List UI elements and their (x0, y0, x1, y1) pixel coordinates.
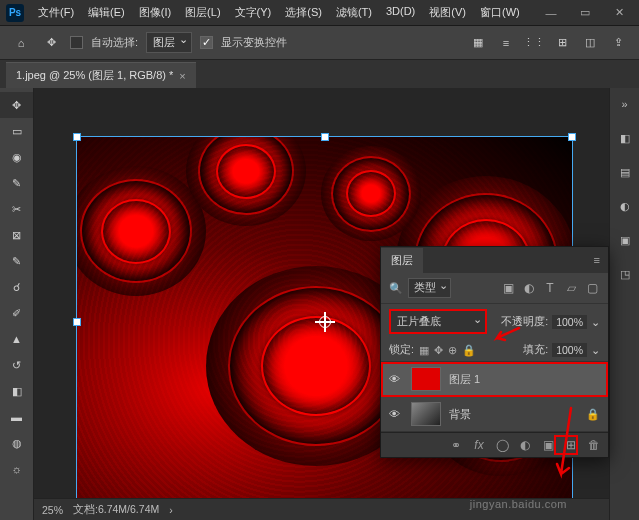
lock-pixels-icon[interactable]: ▦ (419, 344, 429, 357)
layer-name[interactable]: 背景 (449, 407, 471, 422)
show-transform-label: 显示变换控件 (221, 35, 287, 50)
menu-type[interactable]: 文字(Y) (229, 2, 278, 23)
visibility-toggle-icon[interactable]: 👁 (389, 408, 403, 420)
show-transform-checkbox[interactable]: ✓ (200, 36, 213, 49)
menu-filter[interactable]: 滤镜(T) (330, 2, 378, 23)
visibility-toggle-icon[interactable]: 👁 (389, 373, 403, 385)
swatches-panel-icon[interactable]: ▤ (615, 162, 635, 182)
layer-name[interactable]: 图层 1 (449, 372, 480, 387)
brush-tool[interactable]: ✐ (0, 300, 33, 326)
filter-image-icon[interactable]: ▣ (500, 280, 516, 296)
opacity-chevron-icon[interactable]: ⌄ (591, 316, 600, 328)
layer-thumbnail[interactable] (411, 367, 441, 391)
annotation-highlight-new-layer (554, 435, 578, 455)
minimize-button[interactable]: — (537, 3, 565, 23)
layer-filter-row: 🔍 类型 ▣ ◐ T ▱ ▢ (381, 273, 608, 304)
layer-mask-icon[interactable]: ◯ (494, 437, 510, 453)
layer-list: 👁 图层 1 👁 背景 🔒 (381, 362, 608, 432)
eyedropper-tool[interactable]: ✎ (0, 248, 33, 274)
document-tab-bar: 1.jpeg @ 25% (图层 1, RGB/8) * × (0, 60, 639, 88)
layer-item[interactable]: 👁 背景 🔒 (381, 397, 608, 432)
filter-type-icon[interactable]: T (542, 280, 558, 296)
history-brush-tool[interactable]: ↺ (0, 352, 33, 378)
align-icon-2[interactable]: ≡ (495, 32, 517, 54)
healing-tool[interactable]: ☌ (0, 274, 33, 300)
move-tool[interactable]: ✥ (0, 92, 33, 118)
tab-close-icon[interactable]: × (179, 70, 185, 82)
properties-panel-icon[interactable]: ◳ (615, 264, 635, 284)
lock-icon: 🔒 (586, 408, 600, 421)
status-chevron-icon[interactable]: › (169, 504, 173, 516)
3d-mode-icon[interactable]: ◫ (579, 32, 601, 54)
link-layers-icon[interactable]: ⚭ (448, 437, 464, 453)
align-icon-1[interactable]: ▦ (467, 32, 489, 54)
fill-value[interactable]: 100% (552, 343, 587, 357)
dock-collapse-icon[interactable]: » (615, 94, 635, 114)
fill-label: 填充: (523, 343, 548, 357)
blend-mode-select[interactable]: 正片叠底 (389, 309, 487, 334)
eraser-tool[interactable]: ◧ (0, 378, 33, 404)
menu-image[interactable]: 图像(I) (133, 2, 177, 23)
marquee-tool[interactable]: ▭ (0, 118, 33, 144)
align-icon-4[interactable]: ⊞ (551, 32, 573, 54)
auto-select-checkbox[interactable] (70, 36, 83, 49)
lock-all-icon[interactable]: 🔒 (462, 344, 476, 357)
menu-window[interactable]: 窗口(W) (474, 2, 526, 23)
home-icon[interactable]: ⌂ (10, 32, 32, 54)
close-button[interactable]: ✕ (605, 3, 633, 23)
frame-tool[interactable]: ⊠ (0, 222, 33, 248)
menu-file[interactable]: 文件(F) (32, 2, 80, 23)
menu-layer[interactable]: 图层(L) (179, 2, 226, 23)
filter-shape-icon[interactable]: ▱ (563, 280, 579, 296)
menu-view[interactable]: 视图(V) (423, 2, 472, 23)
watermark-text: jingyan.baidu.com (470, 498, 567, 510)
quick-select-tool[interactable]: ✎ (0, 170, 33, 196)
dodge-tool[interactable]: ☼ (0, 456, 33, 482)
lock-position-icon[interactable]: ✥ (434, 344, 443, 357)
lock-label: 锁定: (389, 343, 414, 357)
menu-3d[interactable]: 3D(D) (380, 2, 421, 23)
document-tab-title: 1.jpeg @ 25% (图层 1, RGB/8) * (16, 68, 173, 83)
app-logo-icon: Ps (6, 4, 24, 22)
panel-menu-icon[interactable]: ≡ (586, 254, 608, 266)
right-dock: » ◧ ▤ ◐ ▣ ◳ (609, 88, 639, 520)
document-tab[interactable]: 1.jpeg @ 25% (图层 1, RGB/8) * × (6, 62, 196, 88)
main-menu: 文件(F) 编辑(E) 图像(I) 图层(L) 文字(Y) 选择(S) 滤镜(T… (32, 2, 526, 23)
layer-item[interactable]: 👁 图层 1 (381, 362, 608, 397)
filter-adjust-icon[interactable]: ◐ (521, 280, 537, 296)
gradient-tool[interactable]: ▬ (0, 404, 33, 430)
opacity-value[interactable]: 100% (552, 315, 587, 329)
lock-row: 锁定: ▦ ✥ ⊕ 🔒 填充: 100% ⌄ (381, 339, 608, 362)
crop-tool[interactable]: ✂ (0, 196, 33, 222)
filter-smart-icon[interactable]: ▢ (584, 280, 600, 296)
title-bar: Ps 文件(F) 编辑(E) 图像(I) 图层(L) 文字(Y) 选择(S) 滤… (0, 0, 639, 26)
share-icon[interactable]: ⇪ (607, 32, 629, 54)
layers-tab[interactable]: 图层 (381, 248, 423, 273)
color-panel-icon[interactable]: ◧ (615, 128, 635, 148)
align-icon-3[interactable]: ⋮⋮ (523, 32, 545, 54)
menu-edit[interactable]: 编辑(E) (82, 2, 131, 23)
menu-select[interactable]: 选择(S) (279, 2, 328, 23)
layer-style-icon[interactable]: fx (471, 437, 487, 453)
filter-type-select[interactable]: 类型 (408, 278, 451, 298)
move-tool-icon[interactable]: ✥ (40, 32, 62, 54)
fill-chevron-icon[interactable]: ⌄ (591, 344, 600, 356)
panel-tab-row: 图层 ≡ (381, 247, 608, 273)
adjustments-panel-icon[interactable]: ◐ (615, 196, 635, 216)
blend-mode-row: 正片叠底 不透明度: 100% ⌄ (381, 304, 608, 339)
layer-thumbnail[interactable] (411, 402, 441, 426)
stamp-tool[interactable]: ▲ (0, 326, 33, 352)
blur-tool[interactable]: ◍ (0, 430, 33, 456)
auto-select-target-select[interactable]: 图层 (146, 32, 192, 53)
zoom-level[interactable]: 25% (42, 504, 63, 516)
document-size[interactable]: 文档:6.74M/6.74M (73, 503, 159, 517)
adjustment-layer-icon[interactable]: ◐ (517, 437, 533, 453)
delete-layer-icon[interactable]: 🗑 (586, 437, 602, 453)
maximize-button[interactable]: ▭ (571, 3, 599, 23)
auto-select-label: 自动选择: (91, 35, 138, 50)
search-icon[interactable]: 🔍 (389, 282, 403, 295)
libraries-panel-icon[interactable]: ▣ (615, 230, 635, 250)
lasso-tool[interactable]: ◉ (0, 144, 33, 170)
layers-panel: 图层 ≡ 🔍 类型 ▣ ◐ T ▱ ▢ 正片叠底 不透明度: 100% ⌄ 锁定… (380, 246, 609, 458)
lock-artboard-icon[interactable]: ⊕ (448, 344, 457, 357)
